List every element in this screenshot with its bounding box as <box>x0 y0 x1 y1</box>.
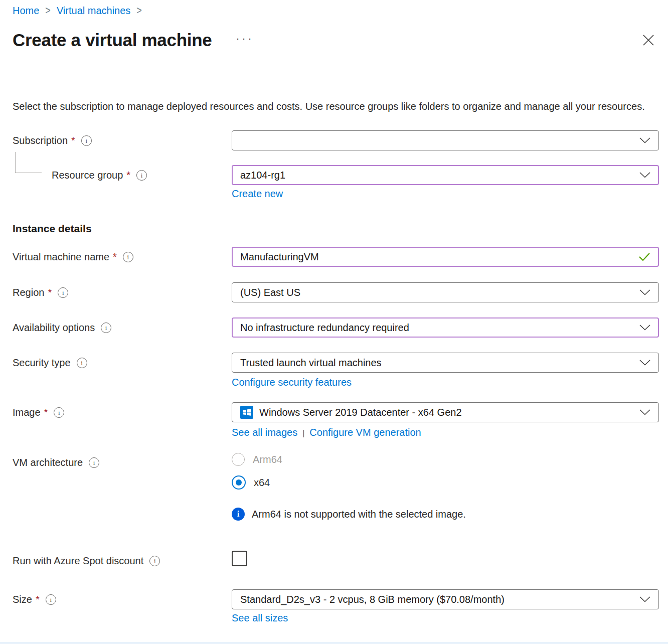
instance-details-heading: Instance details <box>13 223 659 235</box>
chevron-down-icon <box>639 289 650 295</box>
chevron-down-icon <box>639 596 650 602</box>
image-dropdown[interactable]: Windows Server 2019 Datacenter - x64 Gen… <box>232 402 659 422</box>
availability-options-label: Availability options i <box>13 317 232 334</box>
security-type-dropdown[interactable]: Trusted launch virtual machines <box>232 353 659 373</box>
region-dropdown[interactable]: (US) East US <box>232 282 659 302</box>
intro-text: Select the subscription to manage deploy… <box>13 99 648 114</box>
info-icon[interactable]: i <box>89 457 99 468</box>
image-label: Image * i <box>13 402 232 419</box>
required-asterisk: * <box>48 286 52 299</box>
breadcrumb: Home > Virtual machines > <box>13 4 659 18</box>
info-filled-icon: i <box>232 508 245 521</box>
section-divider <box>0 642 668 643</box>
info-icon[interactable]: i <box>81 135 92 146</box>
vm-architecture-row: VM architecture i Arm64 x64 i Arm64 is n… <box>13 452 659 521</box>
info-icon[interactable]: i <box>58 287 68 298</box>
info-icon[interactable]: i <box>123 252 133 262</box>
required-asterisk: * <box>113 250 117 263</box>
breadcrumb-separator-icon: > <box>45 3 51 20</box>
vm-name-row: Virtual machine name * i ManufacturingVM <box>13 247 659 267</box>
availability-options-row: Availability options i No infrastructure… <box>13 317 659 338</box>
radio-arm64[interactable]: Arm64 <box>232 452 659 466</box>
radio-x64-circle-icon <box>232 475 246 490</box>
info-icon[interactable]: i <box>149 556 160 566</box>
radio-arm64-circle-icon <box>232 453 245 466</box>
configure-vm-generation-link[interactable]: Configure VM generation <box>309 427 421 438</box>
security-type-label: Security type i <box>13 353 232 369</box>
breadcrumb-home[interactable]: Home <box>13 4 39 18</box>
security-type-value: Trusted launch virtual machines <box>240 357 633 369</box>
subscription-dropdown[interactable] <box>232 130 659 150</box>
region-value: (US) East US <box>240 287 633 298</box>
close-icon[interactable] <box>642 34 655 47</box>
arch-info-message: i Arm64 is not supported with the select… <box>232 508 659 521</box>
required-asterisk: * <box>36 593 40 606</box>
vm-name-label: Virtual machine name * i <box>13 247 232 263</box>
required-asterisk: * <box>71 134 75 147</box>
required-asterisk: * <box>126 169 130 182</box>
radio-x64[interactable]: x64 <box>232 475 659 490</box>
see-all-images-link[interactable]: See all images <box>232 427 297 438</box>
vm-name-value: ManufacturingVM <box>240 251 632 263</box>
region-label: Region * i <box>13 282 232 299</box>
required-asterisk: * <box>44 406 48 419</box>
region-label-text: Region <box>13 286 44 299</box>
availability-options-label-text: Availability options <box>13 321 95 334</box>
info-icon[interactable]: i <box>46 594 56 605</box>
link-separator: | <box>302 429 304 437</box>
radio-arm64-label: Arm64 <box>253 454 282 465</box>
breadcrumb-separator-icon: > <box>136 3 142 20</box>
vm-architecture-label-text: VM architecture <box>13 456 83 469</box>
more-options-icon[interactable]: ··· <box>236 32 254 44</box>
chevron-down-icon <box>639 172 650 178</box>
info-icon[interactable]: i <box>136 170 147 181</box>
security-type-label-text: Security type <box>13 356 71 369</box>
info-icon[interactable]: i <box>101 323 111 333</box>
resource-group-row: Resource group * i az104-rg1 Create new <box>13 165 659 200</box>
resource-group-value: az104-rg1 <box>240 170 633 181</box>
chevron-down-icon <box>639 325 650 331</box>
vm-name-input[interactable]: ManufacturingVM <box>232 247 659 267</box>
resource-group-dropdown[interactable]: az104-rg1 <box>232 165 659 185</box>
spot-discount-row: Run with Azure Spot discount i <box>13 551 659 568</box>
size-dropdown[interactable]: Standard_D2s_v3 - 2 vcpus, 8 GiB memory … <box>232 589 659 609</box>
create-vm-page: Home > Virtual machines > Create a virtu… <box>0 0 668 644</box>
spot-discount-label-text: Run with Azure Spot discount <box>13 554 143 567</box>
subscription-label-text: Subscription <box>13 134 68 147</box>
page-header: Create a virtual machine ··· <box>13 28 659 53</box>
size-row: Size * i Standard_D2s_v3 - 2 vcpus, 8 Gi… <box>13 589 659 624</box>
vm-architecture-label: VM architecture i <box>13 452 232 469</box>
availability-options-dropdown[interactable]: No infrastructure redundancy required <box>232 317 659 338</box>
windows-logo-icon <box>240 406 253 419</box>
spot-discount-label: Run with Azure Spot discount i <box>13 551 232 567</box>
chevron-down-icon <box>639 360 650 366</box>
create-new-link[interactable]: Create new <box>232 188 283 200</box>
see-all-sizes-link[interactable]: See all sizes <box>232 612 288 624</box>
radio-x64-label: x64 <box>254 477 270 489</box>
hierarchy-connector <box>15 152 42 173</box>
arch-info-text: Arm64 is not supported with the selected… <box>252 509 466 520</box>
info-icon[interactable]: i <box>77 358 87 368</box>
resource-group-label: Resource group * i <box>13 165 232 182</box>
spot-discount-checkbox[interactable] <box>232 551 247 566</box>
image-label-text: Image <box>13 406 41 419</box>
image-value: Windows Server 2019 Datacenter - x64 Gen… <box>259 407 633 418</box>
size-label: Size * i <box>13 589 232 606</box>
configure-security-features-link[interactable]: Configure security features <box>232 377 352 388</box>
chevron-down-icon <box>639 137 650 143</box>
page-title: Create a virtual machine <box>13 28 212 52</box>
security-type-row: Security type i Trusted launch virtual m… <box>13 353 659 388</box>
subscription-row: Subscription * i <box>13 130 659 150</box>
region-row: Region * i (US) East US <box>13 282 659 302</box>
availability-options-value: No infrastructure redundancy required <box>240 322 633 334</box>
valid-check-icon <box>638 252 650 261</box>
vm-name-label-text: Virtual machine name <box>13 250 109 263</box>
subscription-label: Subscription * i <box>13 130 232 147</box>
breadcrumb-virtual-machines[interactable]: Virtual machines <box>57 4 130 18</box>
size-label-text: Size <box>13 593 32 606</box>
info-icon[interactable]: i <box>54 407 64 418</box>
chevron-down-icon <box>639 409 650 415</box>
size-value: Standard_D2s_v3 - 2 vcpus, 8 GiB memory … <box>240 594 633 605</box>
image-row: Image * i Windows Server 2019 Datacenter… <box>13 402 659 438</box>
